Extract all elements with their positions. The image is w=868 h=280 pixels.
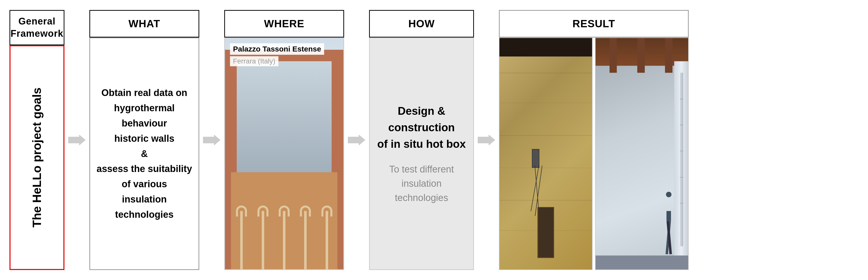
svg-marker-0 bbox=[68, 135, 86, 145]
arrow-3 bbox=[344, 10, 369, 270]
where-header: WHERE bbox=[224, 10, 344, 37]
col-how: HOW Design & construction of in situ hot… bbox=[369, 10, 474, 270]
col-what: WHAT Obtain real data on hygrothermal be… bbox=[89, 10, 199, 270]
how-subtitle: To test different insulation technologie… bbox=[375, 162, 468, 205]
what-header: WHAT bbox=[89, 10, 199, 37]
where-location-name: Palazzo Tassoni Estense bbox=[230, 43, 324, 55]
svg-marker-2 bbox=[348, 135, 365, 145]
arrow-shape-2 bbox=[203, 131, 220, 149]
how-title: Design & construction of in situ hot box bbox=[375, 103, 468, 152]
what-text: Obtain real data on hygrothermal behavio… bbox=[95, 85, 193, 222]
arrow-shape-4 bbox=[478, 131, 495, 149]
result-img-exterior bbox=[499, 37, 593, 270]
what-content: Obtain real data on hygrothermal behavio… bbox=[89, 37, 199, 270]
col-result: RESULT bbox=[499, 10, 689, 270]
framework-label: The HeLLo project goals bbox=[9, 45, 64, 270]
arrow-shape-3 bbox=[348, 131, 365, 149]
how-header: HOW bbox=[369, 10, 474, 37]
arrow-1 bbox=[64, 10, 89, 270]
arrow-2 bbox=[199, 10, 224, 270]
arrow-4 bbox=[474, 10, 499, 270]
where-location-sub: Ferrara (Italy) bbox=[230, 56, 278, 66]
svg-marker-3 bbox=[478, 135, 495, 145]
result-images bbox=[499, 37, 689, 270]
where-image: Palazzo Tassoni Estense Ferrara (Italy) bbox=[224, 37, 344, 270]
arrow-shape-1 bbox=[68, 131, 86, 149]
col-where: WHERE bbox=[224, 10, 344, 270]
how-content: Design & construction of in situ hot box… bbox=[369, 37, 474, 270]
framework-header: General Framework bbox=[9, 10, 64, 45]
main-container: General Framework The HeLLo project goal… bbox=[9, 10, 859, 270]
result-img-interior bbox=[595, 37, 689, 270]
col-framework: General Framework The HeLLo project goal… bbox=[9, 10, 64, 270]
result-header: RESULT bbox=[499, 10, 689, 37]
person-silhouette bbox=[666, 184, 672, 258]
svg-marker-1 bbox=[203, 135, 220, 145]
framework-label-text: The HeLLo project goals bbox=[30, 83, 44, 232]
